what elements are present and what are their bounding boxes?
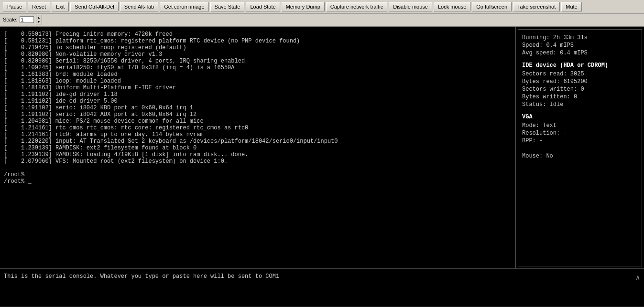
scale-spinner: ▲ ▼ [36, 15, 42, 24]
disable-mouse-button[interactable]: Disable mouse [389, 2, 432, 11]
serial-console-text: This is the serial console. Whatever you… [4, 273, 640, 280]
info-panel: Running: 2h 33m 31s Speed: 0.4 mIPS Avg … [518, 29, 642, 266]
send-ctrl-alt-del-button[interactable]: Send Ctrl-Alt-Del [70, 2, 119, 11]
ide-title: IDE device (HDA or CDROM) [522, 62, 638, 69]
speed-info: Speed: 0.4 mIPS [522, 42, 638, 49]
mute-button[interactable]: Mute [561, 2, 581, 11]
sectors-read: Sectors read: 3025 [522, 71, 638, 77]
vga-mode: Mode: Text [522, 122, 638, 129]
scale-input[interactable] [20, 16, 34, 23]
bytes-read: Bytes read: 6195200 [522, 78, 638, 85]
vga-title: VGA [522, 114, 638, 120]
scale-up-arrow[interactable]: ▲ [36, 15, 42, 20]
lock-mouse-button[interactable]: Lock mouse [434, 2, 470, 11]
pause-button[interactable]: Pause [3, 2, 26, 11]
save-state-button[interactable]: Save State [210, 2, 245, 11]
vga-resolution: Resolution: - [522, 130, 638, 137]
scale-down-arrow[interactable]: ▼ [36, 20, 42, 24]
send-alt-tab-button[interactable]: Send Alt-Tab [120, 2, 158, 11]
load-state-button[interactable]: Load State [246, 2, 280, 11]
running-info: Running: 2h 33m 31s [522, 34, 638, 41]
toolbar: PauseResetExitSend Ctrl-Alt-DelSend Alt-… [0, 0, 644, 14]
capture-network-traffic-button[interactable]: Capture network traffic [326, 2, 387, 11]
scroll-indicator: ∧ [635, 273, 640, 283]
vga-bpp: BPP: - [522, 138, 638, 144]
exit-button[interactable]: Exit [52, 2, 69, 11]
bytes-written: Bytes written: 0 [522, 94, 638, 100]
scale-label: Scale: [3, 17, 18, 22]
take-screenshot-button[interactable]: Take screenshot [513, 2, 560, 11]
mouse-info: Mouse: No [522, 153, 638, 159]
go-fullscreen-button[interactable]: Go fullscreen [472, 2, 512, 11]
memory-dump-button[interactable]: Memory Dump [282, 2, 325, 11]
avg-speed-info: Avg speed: 0.4 mIPS [522, 50, 638, 56]
sectors-written: Sectors written: 0 [522, 86, 638, 93]
main-area: [ 0.550173] Freeing initrd memory: 4720k… [0, 27, 644, 268]
get-cdrom-image-button[interactable]: Get cdrom image [160, 2, 208, 11]
ide-status: Status: Idle [522, 101, 638, 108]
reset-button[interactable]: Reset [28, 2, 50, 11]
scale-row: Scale: ▲ ▼ [0, 14, 644, 27]
console-area[interactable]: [ 0.550173] Freeing initrd memory: 4720k… [0, 27, 516, 268]
serial-console[interactable]: This is the serial console. Whatever you… [0, 268, 644, 307]
